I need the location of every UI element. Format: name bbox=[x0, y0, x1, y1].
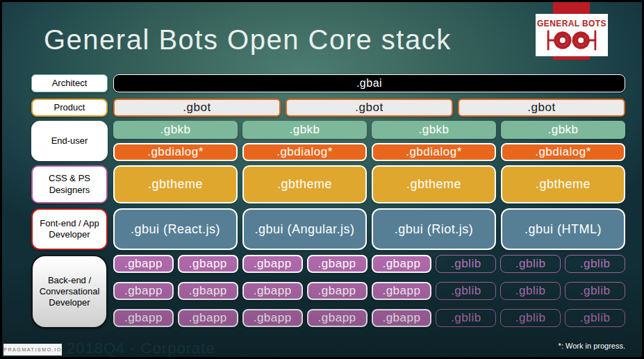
gbdialog-block: .gbdialog* bbox=[372, 143, 496, 161]
row-frontend: Font-end / App Developer .gbui (React.js… bbox=[31, 208, 625, 250]
gbkb-block: .gbkb bbox=[113, 121, 238, 139]
product-blocks: .gbot.gbot.gbot bbox=[113, 99, 625, 117]
gbapp-block: .gbapp bbox=[372, 309, 432, 327]
gbkb-block: .gbkb bbox=[501, 121, 625, 139]
page-title: General Bots Open Core stack bbox=[44, 24, 452, 56]
gbkb-block: .gbkb bbox=[372, 121, 496, 139]
footer-caption: 2018Q4 - Corporate bbox=[67, 340, 215, 358]
gbapp-block: .gbapp bbox=[178, 255, 238, 273]
gbapp-block: .gbapp bbox=[372, 282, 432, 300]
gbapp-block: .gbapp bbox=[113, 309, 174, 327]
gblib-block: .gblib bbox=[565, 309, 625, 327]
gbot-block: .gbot bbox=[286, 99, 453, 117]
row-label-backend: Back-end / Conversational Developer bbox=[31, 255, 108, 328]
gbapp-block: .gbapp bbox=[178, 309, 238, 327]
gbtheme-block: .gbtheme bbox=[113, 165, 238, 203]
gbkb-row: .gbkb.gbkb.gbkb.gbkb bbox=[113, 121, 625, 139]
row-enduser: End-user .gbkb.gbkb.gbkb.gbkb .gbdialog*… bbox=[31, 121, 625, 161]
architect-blocks: .gbai bbox=[113, 74, 625, 92]
row-label-product: Product bbox=[31, 99, 108, 117]
row-label-enduser: End-user bbox=[31, 121, 108, 161]
gbapp-block: .gbapp bbox=[372, 255, 432, 273]
gbapp-block: .gbapp bbox=[242, 255, 303, 273]
gbui-block: .gbui (Riot.js) bbox=[372, 208, 496, 250]
logo-brand-text: GENERAL BOTS bbox=[537, 19, 606, 28]
gbot-block: .gbot bbox=[458, 99, 625, 117]
gbapp-block: .gbapp bbox=[307, 255, 368, 273]
gbapp-block: .gbapp bbox=[178, 282, 238, 300]
row-architect: Architect .gbai bbox=[31, 74, 625, 92]
backend-blocks: .gbapp.gbapp.gbapp.gbapp.gbapp.gblib.gbl… bbox=[113, 255, 625, 328]
gbtheme-block: .gbtheme bbox=[242, 165, 367, 203]
work-in-progress-note: *: Work in progress. bbox=[559, 342, 625, 350]
gbdialog-block: .gbdialog* bbox=[242, 143, 367, 161]
gbdialog-block: .gbdialog* bbox=[113, 143, 238, 161]
row-label-designers: CSS & PS Designers bbox=[31, 165, 108, 203]
gbot-block: .gbot bbox=[113, 99, 281, 117]
gbui-block: .gbui (HTML) bbox=[501, 208, 625, 250]
gbapp-block: .gbapp bbox=[242, 282, 303, 300]
gbdialog-block: .gbdialog* bbox=[501, 143, 625, 161]
gbapp-block: .gbapp bbox=[307, 282, 368, 300]
gblib-block: .gblib bbox=[500, 309, 561, 327]
gblib-block: .gblib bbox=[500, 255, 561, 273]
gbui-block: .gbui (React.js) bbox=[113, 208, 238, 250]
gbapp-block: .gbapp bbox=[242, 309, 303, 327]
row-product: Product .gbot.gbot.gbot bbox=[31, 99, 625, 117]
gblib-block: .gblib bbox=[565, 282, 625, 300]
gblib-block: .gblib bbox=[436, 282, 496, 300]
gbai-block: .gbai bbox=[113, 74, 625, 92]
gbui-block: .gbui (Angular.js) bbox=[242, 208, 367, 250]
gbapp-block: .gbapp bbox=[113, 255, 174, 273]
gbkb-block: .gbkb bbox=[242, 121, 367, 139]
row-backend: Back-end / Conversational Developer .gba… bbox=[31, 255, 625, 328]
gblib-block: .gblib bbox=[436, 255, 496, 273]
slide: General Bots Open Core stack GENERAL BOT… bbox=[0, 0, 644, 359]
general-bots-logo: GENERAL BOTS bbox=[536, 14, 608, 56]
gbtheme-blocks: .gbtheme.gbtheme.gbtheme.gbtheme bbox=[113, 165, 625, 203]
gbapp-block: .gbapp bbox=[307, 309, 368, 327]
gbdialog-row: .gbdialog*.gbdialog*.gbdialog*.gbdialog* bbox=[113, 143, 625, 161]
gbtheme-block: .gbtheme bbox=[372, 165, 496, 203]
gblib-block: .gblib bbox=[500, 282, 561, 300]
enduser-blocks: .gbkb.gbkb.gbkb.gbkb .gbdialog*.gbdialog… bbox=[113, 121, 625, 161]
row-label-architect: Architect bbox=[31, 74, 108, 92]
gblib-block: .gblib bbox=[565, 255, 625, 273]
gbtheme-block: .gbtheme bbox=[501, 165, 625, 203]
gbui-blocks: .gbui (React.js).gbui (Angular.js).gbui … bbox=[113, 208, 625, 250]
row-designers: CSS & PS Designers .gbtheme.gbtheme.gbth… bbox=[31, 165, 625, 203]
pragmatismo-logo: PRAGMATISMO.IO bbox=[3, 344, 62, 356]
gblib-block: .gblib bbox=[436, 309, 496, 327]
row-label-frontend: Font-end / App Developer bbox=[31, 208, 108, 250]
gbapp-block: .gbapp bbox=[113, 282, 174, 300]
gears-icon bbox=[543, 29, 601, 51]
